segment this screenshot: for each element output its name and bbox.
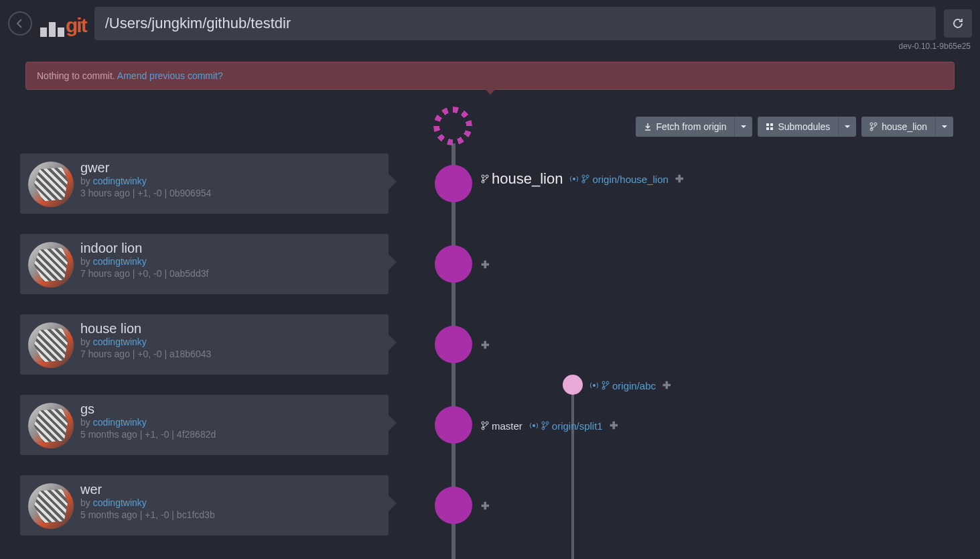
ref-label: origin/house_lion — [592, 174, 668, 185]
current-branch-button[interactable]: house_lion — [861, 117, 935, 137]
ref-remote-origin-abc[interactable]: origin/abc — [589, 380, 656, 391]
ref-label: house_lion — [492, 170, 563, 188]
svg-point-8 — [486, 175, 488, 178]
svg-point-11 — [582, 175, 585, 178]
svg-rect-1 — [770, 123, 773, 126]
commit-node-3[interactable] — [435, 326, 472, 363]
svg-point-21 — [533, 424, 535, 427]
submodules-dropdown[interactable] — [838, 117, 856, 137]
current-branch-label: house_lion — [882, 121, 927, 132]
svg-rect-3 — [770, 127, 773, 130]
commit-title: gs — [80, 401, 379, 417]
fetch-button[interactable]: Fetch from origin — [636, 117, 734, 137]
graph-area: Fetch from origin Submodules house_l — [20, 103, 960, 559]
svg-point-12 — [586, 175, 589, 178]
commit-node-4[interactable] — [435, 406, 472, 444]
commit-card[interactable]: indoor lion by codingtwinky 7 hours ago … — [20, 234, 389, 294]
branch-dropdown[interactable] — [935, 117, 953, 137]
svg-point-14 — [593, 384, 596, 387]
commit-meta: 5 months ago | +1, -0 | 4f28682d — [80, 429, 379, 440]
submodules-button[interactable]: Submodules — [758, 117, 838, 137]
version-label: dev-0.10.1-9b65e25 — [0, 42, 980, 51]
refresh-button[interactable] — [944, 9, 972, 38]
graph-line-secondary — [571, 385, 574, 559]
content: Nothing to commit. Amend previous commit… — [0, 62, 980, 559]
ref-local-master[interactable]: master — [481, 420, 522, 432]
avatar — [28, 322, 74, 368]
svg-point-23 — [546, 422, 549, 424]
svg-point-5 — [874, 123, 877, 125]
svg-point-10 — [573, 178, 575, 180]
svg-point-18 — [482, 422, 484, 424]
svg-point-16 — [606, 381, 609, 384]
commit-alert: Nothing to commit. Amend previous commit… — [25, 62, 955, 90]
avatar — [28, 242, 74, 288]
svg-point-22 — [542, 422, 545, 424]
commit-author-line: by codingtwinky — [80, 497, 379, 508]
ref-label: master — [492, 420, 522, 432]
svg-point-4 — [870, 123, 873, 125]
ref-label: origin/split1 — [552, 420, 603, 432]
ref-remote-origin-house-lion[interactable]: origin/house_lion — [569, 174, 668, 185]
commit-node-1[interactable] — [435, 165, 472, 202]
commit-card[interactable]: wer by codingtwinky 5 months ago | +1, -… — [20, 475, 389, 536]
ref-remote-origin-split1[interactable]: origin/split1 — [529, 420, 603, 432]
commit-title: indoor lion — [80, 241, 379, 256]
commit-meta: 7 hours ago | +0, -0 | a18b6043 — [80, 349, 379, 359]
submodules-label: Submodules — [778, 121, 830, 132]
commit-card[interactable]: gs by codingtwinky 5 months ago | +1, -0… — [20, 395, 389, 455]
commit-meta: 7 hours ago | +0, -0 | 0ab5dd3f — [80, 268, 379, 279]
svg-point-7 — [482, 175, 484, 178]
add-ref-icon[interactable]: ✚ — [662, 379, 671, 391]
add-ref-icon[interactable]: ✚ — [675, 173, 684, 185]
refs-node-3: ✚ — [481, 339, 490, 351]
author-link[interactable]: codingtwinky — [93, 256, 147, 267]
author-link[interactable]: codingtwinky — [93, 176, 147, 186]
add-ref-icon[interactable]: ✚ — [481, 259, 490, 271]
repo-path-input[interactable] — [94, 7, 936, 40]
commit-title: gwer — [80, 160, 379, 176]
refs-node-abc: origin/abc ✚ — [589, 379, 671, 391]
commit-node-abc[interactable] — [563, 375, 583, 395]
fetch-label: Fetch from origin — [656, 121, 726, 132]
graph-actions: Fetch from origin Submodules house_l — [636, 117, 953, 137]
amend-link[interactable]: Amend previous commit? — [117, 70, 223, 81]
commit-author-line: by codingtwinky — [80, 256, 379, 267]
commit-node-2[interactable] — [435, 245, 472, 283]
alert-text: Nothing to commit. — [37, 70, 115, 81]
ref-local-house-lion[interactable]: house_lion — [481, 170, 563, 188]
header: git — [0, 0, 980, 43]
commit-meta: 5 months ago | +1, -0 | bc1fcd3b — [80, 509, 379, 520]
avatar — [28, 403, 74, 448]
back-button[interactable] — [8, 11, 32, 36]
commit-title: house lion — [80, 321, 379, 336]
ref-label: origin/abc — [612, 380, 656, 391]
commit-title: wer — [80, 482, 379, 497]
author-link[interactable]: codingtwinky — [93, 417, 147, 428]
commit-card[interactable]: house lion by codingtwinky 7 hours ago |… — [20, 314, 389, 375]
svg-point-19 — [486, 422, 488, 424]
commit-node-5[interactable] — [435, 487, 472, 524]
add-ref-icon[interactable]: ✚ — [481, 500, 490, 512]
commit-author-line: by codingtwinky — [80, 176, 379, 186]
author-link[interactable]: codingtwinky — [93, 497, 147, 508]
add-ref-icon[interactable]: ✚ — [481, 339, 490, 351]
head-node[interactable] — [433, 107, 472, 145]
avatar — [28, 162, 74, 207]
svg-rect-0 — [766, 123, 769, 126]
avatar — [28, 483, 74, 529]
refs-node-4: master origin/split1 ✚ — [481, 420, 618, 432]
commit-card[interactable]: gwer by codingtwinky 3 hours ago | +1, -… — [20, 153, 389, 214]
ungit-logo: git — [40, 10, 86, 37]
refs-node-1: house_lion origin/house_lion ✚ — [481, 170, 684, 188]
refs-node-2: ✚ — [481, 259, 490, 271]
author-link[interactable]: codingtwinky — [93, 336, 147, 347]
fetch-dropdown[interactable] — [734, 117, 752, 137]
add-ref-icon[interactable]: ✚ — [610, 420, 618, 432]
svg-rect-2 — [766, 127, 769, 130]
commit-author-line: by codingtwinky — [80, 336, 379, 347]
commit-author-line: by codingtwinky — [80, 417, 379, 428]
refs-node-5: ✚ — [481, 500, 490, 512]
svg-point-15 — [602, 381, 605, 384]
commit-meta: 3 hours ago | +1, -0 | 0b906954 — [80, 188, 379, 198]
